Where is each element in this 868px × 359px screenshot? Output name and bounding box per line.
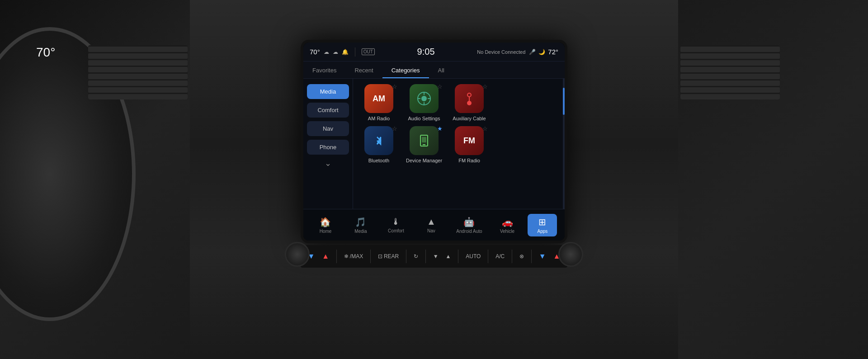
app-audio-settings[interactable]: ☆ Audio Settings — [404, 84, 444, 122]
sidebar-item-phone[interactable]: Phone — [307, 140, 349, 155]
ac-label: A/C — [495, 253, 505, 260]
app-bluetooth[interactable]: ☆ Bluetooth — [359, 126, 399, 164]
ctrl-divider-5 — [458, 250, 458, 263]
taskbar: 🏠 Home 🎵 Media 🌡 Comfort ▲ Nav 🤖 Android… — [303, 209, 565, 241]
home-icon: 🏠 — [320, 217, 331, 227]
svg-point-8 — [467, 101, 472, 105]
fm-radio-label: FM Radio — [458, 157, 480, 164]
fm-radio-star[interactable]: ☆ — [482, 125, 488, 132]
bluetooth-label: Bluetooth — [368, 157, 389, 164]
max-ac-button[interactable]: ❄ /MAX — [344, 253, 363, 260]
taskbar-nav[interactable]: ▲ Nav — [416, 214, 446, 236]
audio-settings-label: Audio Settings — [408, 115, 440, 122]
am-radio-icon: AM — [364, 84, 393, 113]
hvac-controls-bar: ▼ ▲ ❄ /MAX ⊡ REAR ↻ ▼ ▲ AUTO A/C ⊗ ▼ ▲ — [301, 245, 567, 268]
media-label: Media — [354, 229, 367, 234]
temp-right-down[interactable]: ▼ — [539, 252, 546, 260]
home-label: Home — [320, 229, 332, 234]
app-device-manager[interactable]: ★ Device Manager — [404, 126, 444, 164]
taskbar-home[interactable]: 🏠 Home — [311, 214, 340, 236]
notification-icon: 🔔 — [342, 49, 349, 55]
media-icon: 🎵 — [355, 217, 366, 227]
sidebar-item-media[interactable]: Media — [307, 84, 349, 99]
comfort-label: Comfort — [388, 228, 404, 233]
apps-label: Apps — [538, 229, 548, 234]
device-manager-star[interactable]: ★ — [437, 125, 443, 132]
nav-label: Nav — [427, 228, 435, 233]
am-radio-star[interactable]: ☆ — [392, 83, 397, 90]
ctrl-divider-3 — [406, 250, 406, 263]
taskbar-android-auto[interactable]: 🤖 Android Auto — [452, 214, 486, 236]
fan-up-button[interactable]: ▲ — [446, 253, 451, 260]
apps-row-1: ☆ AM AM Radio ☆ — [359, 84, 557, 122]
recirculate-icon: ↻ — [414, 253, 418, 260]
out-label: OUT — [362, 48, 375, 55]
vehicle-icon: 🚗 — [502, 217, 513, 227]
auto-button[interactable]: AUTO — [466, 253, 481, 260]
aux-cable-label: Auxiliary Cable — [453, 115, 486, 122]
outside-temp: 70° — [310, 48, 320, 56]
sidebar-item-comfort[interactable]: Comfort — [307, 103, 349, 118]
category-sidebar: Media Comfort Nav Phone ⌄ — [303, 79, 353, 209]
nav-icon: ▲ — [427, 217, 436, 227]
recirculate-button[interactable]: ↻ — [414, 253, 418, 260]
current-time: 9:05 — [378, 47, 474, 57]
audio-settings-star[interactable]: ☆ — [437, 83, 443, 90]
defrost-button[interactable]: ⊗ — [519, 253, 524, 260]
bluetooth-icon — [364, 126, 393, 155]
exterior-temp-left: 70° — [36, 45, 55, 60]
ctrl-divider-4 — [425, 250, 426, 263]
status-divider-1 — [355, 47, 355, 57]
ac-button[interactable]: A/C — [495, 253, 505, 260]
svg-point-6 — [467, 93, 471, 97]
bluetooth-star[interactable]: ☆ — [392, 125, 397, 132]
rear-defrost-button[interactable]: ⊡ REAR — [378, 253, 399, 260]
max-label: /MAX — [350, 253, 363, 260]
ctrl-divider-2 — [370, 250, 371, 263]
right-temperature-knob[interactable] — [558, 242, 583, 267]
inside-temp: 72° — [548, 48, 558, 56]
svg-point-1 — [421, 96, 427, 101]
microphone-icon: 🎤 — [529, 49, 536, 55]
tab-categories[interactable]: Categories — [382, 63, 429, 78]
ctrl-divider-1 — [336, 250, 337, 263]
ctrl-divider-8 — [531, 250, 532, 263]
ctrl-divider-7 — [512, 250, 512, 263]
audio-settings-icon — [410, 84, 439, 113]
device-manager-icon — [410, 126, 439, 155]
device-manager-label: Device Manager — [406, 157, 442, 164]
taskbar-apps[interactable]: ⊞ Apps — [528, 214, 557, 236]
app-auxiliary-cable[interactable]: ☆ Auxiliary Cable — [449, 84, 490, 122]
ctrl-divider-6 — [488, 250, 488, 263]
aux-cable-star[interactable]: ☆ — [482, 83, 488, 90]
comfort-icon: 🌡 — [392, 217, 401, 227]
android-auto-label: Android Auto — [456, 229, 482, 234]
temp-up-arrow[interactable]: ▲ — [322, 252, 329, 260]
app-fm-radio[interactable]: ☆ FM FM Radio — [449, 126, 490, 164]
main-content-area: Media Comfort Nav Phone ⌄ ☆ AM AM Radio … — [303, 79, 565, 209]
tab-all[interactable]: All — [429, 63, 453, 78]
android-auto-icon: 🤖 — [463, 217, 475, 227]
apps-grid-icon: ⊞ — [538, 217, 546, 227]
rear-label: REAR — [384, 253, 399, 260]
left-temperature-knob[interactable] — [285, 242, 310, 267]
taskbar-vehicle[interactable]: 🚗 Vehicle — [493, 214, 522, 236]
am-radio-label: AM Radio — [368, 115, 390, 122]
scroll-bar[interactable] — [563, 79, 565, 209]
tab-recent[interactable]: Recent — [345, 63, 382, 78]
taskbar-comfort[interactable]: 🌡 Comfort — [381, 214, 410, 236]
tab-favorites[interactable]: Favorites — [303, 63, 345, 78]
screen-display: 70° ☁ ☁ 🔔 OUT 9:05 No Device Connected 🎤… — [303, 43, 565, 241]
sidebar-item-nav[interactable]: Nav — [307, 121, 349, 136]
taskbar-media[interactable]: 🎵 Media — [346, 214, 375, 236]
weather-icon: ☁ — [324, 49, 329, 55]
right-vent — [680, 45, 780, 99]
snowflake-icon: ❄ — [344, 253, 349, 260]
rear-icon: ⊡ — [378, 253, 382, 260]
aux-cable-icon — [455, 84, 484, 113]
nav-tabs: Favorites Recent Categories All — [303, 61, 565, 79]
fan-down-button[interactable]: ▼ — [433, 253, 439, 260]
sidebar-more-icon[interactable]: ⌄ — [307, 158, 349, 168]
infotainment-screen: 70° ☁ ☁ 🔔 OUT 9:05 No Device Connected 🎤… — [301, 40, 567, 243]
app-am-radio[interactable]: ☆ AM AM Radio — [359, 84, 399, 122]
